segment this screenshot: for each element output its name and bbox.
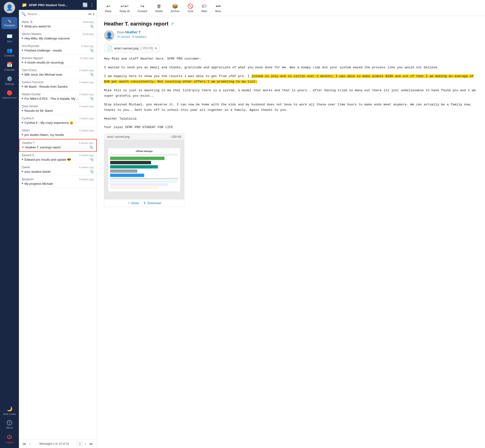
email-list-item[interactable]: Sandra Franceze 2 weeks ago • Mr Bashi -…	[19, 79, 97, 91]
attachment-caret-icon[interactable]: ▾	[155, 47, 157, 50]
compose-button[interactable]: ✏️ Compose	[1, 17, 17, 29]
sender-avatar: 👤	[104, 30, 114, 41]
email-attach-icon-12: 📎	[90, 170, 94, 173]
sidebar-item-logout[interactable]: ⏻ Logout	[0, 432, 19, 446]
body-signature-2: Your loyal SFMF PRO STUDENT FOR LIFE	[104, 125, 478, 130]
email-list-item[interactable]: Daniel 6 weeks ago • your student daniel…	[19, 164, 97, 176]
email-subject-row-12: • your student daniel 📎	[22, 169, 94, 174]
email-list-item[interactable]: Cynthia K 3 weeks ago • Cynthia K - My c…	[19, 115, 97, 127]
email-item-header-4: Tyler Evans 2 weeks ago	[22, 69, 94, 72]
email-sender-13: Benjamin	[22, 178, 33, 181]
email-list-item[interactable]: Marie .B. Yesterday • What you asked for…	[19, 18, 97, 31]
prev-page-btn[interactable]: ‹	[28, 441, 32, 446]
email-date-4: 2 weeks ago	[79, 69, 94, 72]
last-page-btn[interactable]: ⏭	[89, 441, 94, 446]
sidebar-item-dark-mode[interactable]: 🌙 Dark mode	[0, 404, 19, 418]
forward-button[interactable]: ↪ Forward	[134, 2, 150, 14]
sidebar-item-mail[interactable]: ✉️ Mail	[0, 31, 19, 45]
email-list-item[interactable]: Aria Reynolds 8 days ago • Finished chal…	[19, 42, 97, 55]
email-item-header-9: Aileen 5 weeks ago	[22, 129, 94, 132]
download-label: Download	[147, 201, 161, 205]
email-list-item[interactable]: Sean Kimber 3 weeks ago • Results for Mr…	[19, 103, 97, 115]
email-list-item[interactable]: Natalie Dunbar 2 weeks ago • For Mike's …	[19, 91, 97, 103]
email-subject-3: 4 month results (in recurring)	[24, 61, 94, 64]
archive-label: Archive	[171, 10, 179, 13]
email-item-header-6: Natalie Dunbar 2 weeks ago	[22, 93, 94, 96]
email-content-panel: ↩ Reply ↩↩ Reply all ↪ Forward 🗑 Delete …	[97, 0, 485, 448]
email-subject-row-2: • Finished challenge - results 📎	[22, 48, 94, 52]
body-para2: I wanted to send you an email and thanks…	[104, 65, 478, 70]
mark-label: Mark	[201, 10, 207, 13]
email-subject-2: Finished challenge - results	[24, 49, 89, 52]
headers-link[interactable]: ℹ Headers	[133, 35, 146, 39]
sidebar-item-about[interactable]: ? About	[0, 418, 19, 432]
toolbar: ↩ Reply ↩↩ Reply all ↪ Forward 🗑 Delete …	[97, 0, 485, 16]
email-list-panel: 📁 SFMF PRO Student Testi... 🔄 ⋮ 🔍 ✉ ▾ Ma…	[19, 0, 97, 448]
attachment-preview-body: Affiliate Manager	[104, 140, 184, 199]
refresh-icon[interactable]: 🔄	[82, 2, 88, 8]
email-sender-4: Tyler Evans	[22, 69, 37, 72]
filter-mail-icon[interactable]: ✉	[89, 12, 91, 16]
email-bullet-1: •	[22, 36, 23, 40]
email-item-header-12: Daniel 6 weeks ago	[22, 166, 94, 169]
details-label: Details	[121, 35, 130, 39]
email-sender-8: Cynthia K	[22, 117, 34, 120]
email-list-item[interactable]: Edward G 5 weeks ago • Edward pro result…	[19, 152, 97, 164]
email-date-12: 6 weeks ago	[79, 166, 94, 169]
email-list-item[interactable]: Steven Masters Yesterday • Hey Mike; My …	[19, 31, 97, 42]
email-bullet-4: •	[22, 72, 23, 77]
delete-button[interactable]: 🗑 Delete	[152, 2, 166, 14]
page-number[interactable]: 1	[77, 441, 83, 446]
search-input[interactable]	[27, 12, 87, 16]
reply-button[interactable]: ↩ Reply	[102, 2, 115, 14]
email-subject-1: Hey Mike; My challenge outcome	[24, 37, 94, 40]
attachment-bar[interactable]: 📄 what i earned.png (~250 KB) ▾	[104, 44, 160, 52]
email-subject-11: Edward pro results and update 😎	[24, 158, 89, 161]
avatar: 👤	[4, 2, 15, 13]
aff-bar-3	[110, 165, 158, 168]
search-caret-icon[interactable]: ▾	[93, 13, 94, 16]
aff-bar-4	[110, 169, 137, 173]
email-bullet-10: •	[22, 145, 24, 149]
sidebar-nav: 👤 ✏️ Compose ✉️ Mail 👥 Contacts 📅 Calend…	[0, 0, 19, 448]
email-subject-row-7: • Results for Mr. Bashi	[22, 108, 94, 113]
compose-icon: ✏️	[8, 19, 11, 23]
sidebar-item-settings[interactable]: ⚙️ Settings	[0, 73, 19, 88]
email-bullet-12: •	[22, 169, 23, 174]
email-list-item[interactable]: Tyler Evans 2 weeks ago • $9K since Jan …	[19, 67, 97, 79]
email-list-item[interactable]: Aileen 5 weeks ago • pro studen Aileen, …	[19, 127, 97, 139]
body-para4: Mike this is just so daunting to me that…	[104, 88, 478, 99]
aff-bar-2	[110, 161, 151, 164]
first-page-btn[interactable]: ⏮	[22, 441, 27, 446]
logout-icon: ⏻	[7, 434, 12, 440]
headers-icon: ℹ	[133, 35, 134, 39]
email-list-item[interactable]: Brandon Nguyen 12 days ago • 4 month res…	[19, 55, 97, 67]
mark-button[interactable]: 🏷 Mark	[198, 2, 210, 14]
body-para5: Stay blessed Michael, you deserve it. I …	[104, 102, 478, 113]
sidebar-item-calendar[interactable]: 📅 Calendar	[0, 59, 19, 73]
email-external-icon[interactable]: ↗	[170, 21, 174, 26]
junk-button[interactable]: 🚫 Junk	[184, 2, 197, 14]
email-list-item[interactable]: Benjamin 6 weeks ago • My progress Micha…	[19, 176, 97, 188]
show-button[interactable]: ↗ Show	[127, 201, 139, 205]
sidebar-item-webmail-home[interactable]: 🔴 Webmail Home	[0, 88, 19, 101]
forward-label: Forward	[137, 10, 147, 13]
reply-all-label: Reply all	[120, 10, 129, 13]
from-label: From	[117, 31, 125, 34]
sidebar-item-contacts[interactable]: 👥 Contacts	[0, 45, 19, 59]
email-subject-row-6: • For Mike's EYES - This is Natalie, My …	[22, 96, 94, 101]
archive-button[interactable]: 📦 Archive	[167, 2, 183, 14]
download-button[interactable]: ⬇ Download	[144, 201, 161, 205]
contacts-label: Contacts	[4, 54, 14, 57]
email-detail: Heather T. earnings report ↗ 👤 From Heat…	[97, 16, 485, 448]
email-from-row: 👤 From Heather T ✉ Details ℹ Headers	[104, 30, 478, 41]
reply-all-button[interactable]: ↩↩ Reply all	[116, 2, 133, 14]
more-button[interactable]: ••• More	[212, 2, 225, 14]
email-subject-9: pro studen Aileen, my results	[24, 133, 94, 136]
email-list-item[interactable]: Heather T 5 weeks ago • Heather T. earni…	[19, 139, 97, 152]
email-date-6: 2 weeks ago	[79, 93, 94, 96]
email-subject-row-3: • 4 month results (in recurring)	[22, 60, 94, 64]
folder-more-icon[interactable]: ⋮	[89, 2, 94, 8]
next-page-btn[interactable]: ›	[84, 441, 87, 446]
details-link[interactable]: ✉ Details	[117, 35, 130, 39]
